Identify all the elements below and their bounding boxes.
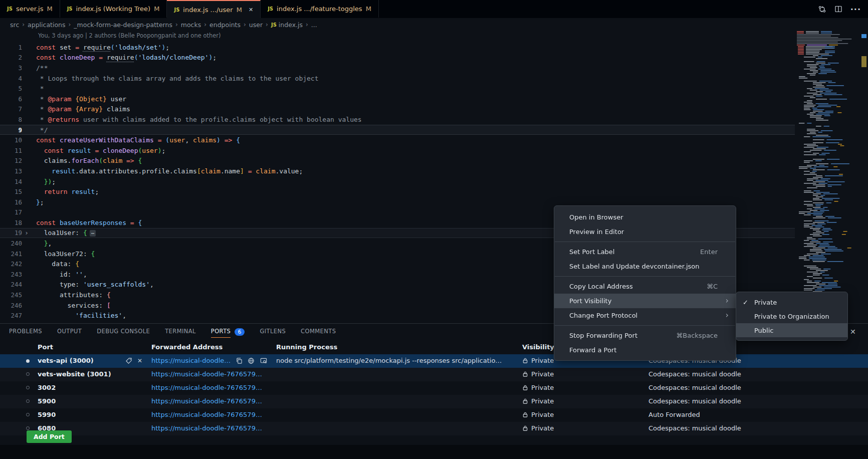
line-number: 5: [0, 85, 22, 92]
port-row-6080[interactable]: 6080https://musical-doodle-7676579…Priva…: [0, 422, 868, 435]
menu-item-copy-local-address[interactable]: Copy Local Address⌘C: [554, 279, 736, 294]
menu-item-forward-a-port[interactable]: Forward a Port: [554, 343, 736, 357]
menu-item-open-in-browser[interactable]: Open in Browser: [554, 210, 736, 224]
editor-tab-2[interactable]: JSindex.js (Working Tree)M: [60, 0, 167, 18]
code-line[interactable]: 15 return result;: [0, 186, 795, 197]
editor-tab-3[interactable]: JSindex.js .../userM✕: [167, 0, 261, 18]
code-line[interactable]: 3/**: [0, 63, 795, 73]
code-line[interactable]: 2const cloneDeep = require('lodash/clone…: [0, 53, 795, 63]
port-row-3002[interactable]: 3002https://musical-doodle-7676579…Priva…: [0, 381, 868, 395]
port-name: 5900: [38, 397, 56, 405]
split-editor-icon[interactable]: [834, 5, 842, 13]
forwarded-address-link[interactable]: https://musical-doodle-7676579…: [151, 424, 262, 432]
breadcrumb-item[interactable]: user: [249, 21, 263, 29]
panel-tab-ports[interactable]: PORTS6: [211, 328, 245, 338]
panel-tab-gitlens[interactable]: GITLENS: [260, 328, 286, 338]
code-line[interactable]: 4 * Loops through the claims array and a…: [0, 73, 795, 84]
code-line[interactable]: 11 const result = cloneDeep(user);: [0, 145, 795, 156]
code-line[interactable]: 10const createUserWithDataClaims = (user…: [0, 135, 795, 145]
line-number: 19: [0, 229, 22, 237]
editor-tab-4[interactable]: JSindex.js .../feature-togglesM: [261, 0, 379, 18]
panel-tab-label: GITLENS: [260, 328, 286, 338]
line-number: 12: [0, 157, 22, 164]
breadcrumb-item[interactable]: mocks: [181, 21, 201, 29]
port-row-5900[interactable]: 5900https://musical-doodle-7676579…Priva…: [0, 395, 868, 408]
preview-in-editor-icon[interactable]: [260, 357, 267, 366]
breadcrumb-item[interactable]: applications: [28, 21, 65, 29]
copy-local-address-icon[interactable]: [236, 357, 243, 366]
port-row-5990[interactable]: 5990https://musical-doodle-7676579…Priva…: [0, 408, 868, 422]
tab-label: server.js: [16, 5, 43, 13]
menu-item-stop-forwarding-port[interactable]: Stop Forwarding Port⌘Backspace: [554, 328, 736, 343]
code-line[interactable]: 8 * @returns user with claims added to t…: [0, 114, 795, 125]
code-text: },: [31, 240, 52, 247]
menu-shortcut: ⌘C: [707, 283, 718, 290]
menu-item-set-port-label[interactable]: Set Port LabelEnter: [554, 245, 736, 259]
tab-label: index.js (Working Tree): [76, 5, 151, 13]
port-visibility-submenu: ✓PrivatePrivate to OrganizationPublic: [736, 292, 848, 341]
panel-tab-comments[interactable]: COMMENTS: [301, 328, 336, 338]
forwarded-address-link[interactable]: https://musical-doodle-7676579…: [151, 384, 262, 391]
code-text: 'facilities',: [31, 312, 126, 319]
port-row-vets-api-3000-[interactable]: vets-api (3000)✕https://musical-doodle…n…: [0, 354, 868, 368]
breadcrumb-separator-icon: ›: [243, 21, 247, 28]
code-text: * Loops through the claims array and add…: [31, 75, 319, 82]
submenu-arrow-icon: ›: [726, 310, 729, 320]
menu-item-set-label-and-update-devcontainer-json[interactable]: Set Label and Update devcontainer.json: [554, 259, 736, 274]
panel-tab-terminal[interactable]: TERMINAL: [165, 328, 196, 338]
fold-chevron-icon[interactable]: ›: [22, 230, 31, 236]
breadcrumb-separator-icon: ›: [265, 21, 269, 28]
code-text: const result = cloneDeep(user);: [31, 147, 165, 154]
panel-tab-label: COMMENTS: [301, 328, 336, 338]
menu-item-label: Preview in Editor: [569, 228, 624, 236]
tab-label: index.js .../feature-toggles: [277, 5, 362, 13]
submenu-item-public[interactable]: Public: [736, 323, 847, 337]
code-line[interactable]: 6 * @param {Object} user: [0, 94, 795, 104]
more-actions-icon[interactable]: ···: [850, 5, 861, 14]
code-line[interactable]: 12 claims.forEach(claim => {: [0, 156, 795, 166]
code-line[interactable]: 13 result.data.attributes.profile.claims…: [0, 166, 795, 176]
code-line[interactable]: 1const set = require('lodash/set');: [0, 42, 795, 53]
forwarded-address-link[interactable]: https://musical-doodle-7676579…: [151, 370, 262, 378]
open-changes-icon[interactable]: [818, 5, 826, 14]
panel-tab-output[interactable]: OUTPUT: [57, 328, 82, 338]
menu-item-change-port-protocol[interactable]: Change Port Protocol›: [554, 308, 736, 323]
panel-tab-debug-console[interactable]: DEBUG CONSOLE: [97, 328, 150, 338]
stop-forwarding-icon[interactable]: ✕: [137, 357, 142, 364]
set-port-label-icon[interactable]: [125, 357, 132, 366]
line-number: 2: [0, 54, 22, 61]
panel-tab-label: TERMINAL: [165, 328, 196, 338]
port-row-vets-website-3001-[interactable]: vets-website (3001)https://musical-doodl…: [0, 368, 868, 381]
open-in-browser-icon[interactable]: [248, 357, 255, 366]
origin-value: Codespaces: musical doodle: [648, 370, 741, 378]
panel-tab-problems[interactable]: PROBLEMS: [9, 328, 42, 338]
panel-close-icon[interactable]: ✕: [850, 328, 856, 336]
editor-tab-1[interactable]: JSserver.jsM: [0, 0, 60, 18]
menu-separator: [555, 242, 735, 242]
code-line[interactable]: 14 });: [0, 176, 795, 187]
line-number: 17: [0, 208, 22, 216]
menu-item-preview-in-editor[interactable]: Preview in Editor: [554, 224, 736, 239]
line-number: 18: [0, 219, 22, 226]
code-line[interactable]: 7 * @param {Array} claims: [0, 104, 795, 115]
breadcrumb-item[interactable]: _mock-form-ae-design-patterns: [74, 21, 172, 29]
ports-count-badge: 6: [235, 328, 245, 336]
add-port-button[interactable]: Add Port: [27, 430, 72, 443]
submenu-item-private[interactable]: ✓Private: [736, 295, 847, 309]
submenu-arrow-icon: ›: [726, 296, 729, 305]
submenu-item-private-to-organization[interactable]: Private to Organization: [736, 309, 847, 323]
forwarded-address-link[interactable]: https://musical-doodle…: [151, 357, 231, 364]
menu-item-port-visibility[interactable]: Port Visibility›: [554, 294, 736, 308]
line-number: 13: [0, 167, 22, 175]
code-line[interactable]: 9 */: [0, 125, 795, 135]
tab-close-icon[interactable]: ✕: [249, 7, 253, 13]
forwarded-address-link[interactable]: https://musical-doodle-7676579…: [151, 397, 262, 405]
line-number: 10: [0, 136, 22, 144]
breadcrumb-item[interactable]: src: [10, 21, 19, 29]
breadcrumb-item-file[interactable]: index.js: [279, 21, 303, 29]
code-line[interactable]: 5 *: [0, 83, 795, 94]
breadcrumb-separator-icon: ›: [305, 21, 309, 28]
visibility-value: Private: [531, 397, 554, 405]
breadcrumb-item[interactable]: endpoints: [209, 21, 241, 29]
forwarded-address-link[interactable]: https://musical-doodle-7676579…: [151, 411, 262, 418]
